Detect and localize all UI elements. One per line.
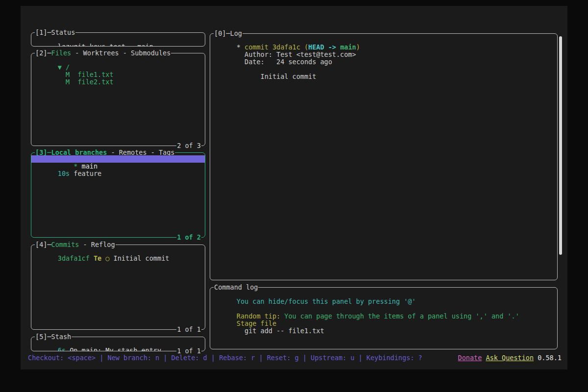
panel-status[interactable]: [1]─Status lazygit-keys-test → main bbox=[31, 32, 205, 47]
file-tree-root[interactable]: ▼ / bbox=[31, 56, 205, 64]
stash-row[interactable]: 6s On main: My stash entry bbox=[31, 340, 205, 347]
log-graph-marker: * bbox=[237, 43, 245, 51]
command-log-hint: You can hide/focus this panel by pressin… bbox=[210, 291, 557, 298]
status-bar-gap bbox=[482, 354, 486, 362]
log-ref-close: ) bbox=[356, 43, 360, 51]
panel-files[interactable]: [2]─Files - Worktrees - Submodules ▼ / M… bbox=[31, 53, 205, 146]
commits-count: 1 of 1 bbox=[176, 326, 201, 333]
panel-stash[interactable]: [5]─Stash 6s On main: My stash entry 1 o… bbox=[31, 337, 205, 351]
branches-count: 1 of 2 bbox=[176, 234, 201, 241]
branch-row-selected[interactable]: * main bbox=[31, 155, 205, 163]
panel-command-log[interactable]: Command log You can hide/focus this pane… bbox=[210, 287, 558, 349]
panel-branches[interactable]: [3]─Local branches - Remotes - Tags * ma… bbox=[31, 152, 205, 238]
file-row-text: M file2.txt bbox=[58, 78, 114, 86]
commit-author: Te bbox=[90, 254, 106, 262]
command-log-tip: Random tip: You can page through the ite… bbox=[210, 305, 557, 313]
collapse-triangle-icon: ▼ / bbox=[58, 63, 70, 71]
branch-name: main bbox=[77, 162, 98, 170]
keybindings-hint: Checkout: <space> | New branch: n | Dele… bbox=[28, 354, 422, 362]
log-branch-ref: main bbox=[340, 43, 356, 51]
panel-commits[interactable]: [4]─Commits - Reflog 3dafa1cf Te ○ Initi… bbox=[31, 245, 205, 330]
status-repo-branch[interactable]: lazygit-keys-test → main bbox=[31, 36, 205, 43]
log-message-line: Initial commit bbox=[210, 66, 557, 73]
version-gap bbox=[534, 354, 538, 362]
command-log-tip-label: Random tip: bbox=[237, 312, 280, 320]
status-bar-right: Donate Ask Question 0.58.1 bbox=[458, 354, 562, 362]
commit-row[interactable]: 3dafa1cf Te ○ Initial commit bbox=[31, 247, 205, 255]
branch-name: feature bbox=[70, 170, 101, 177]
stash-recency: 6s bbox=[58, 346, 66, 351]
log-commit-hash: commit 3dafa1c ( bbox=[245, 43, 308, 51]
file-row-text: M file1.txt bbox=[58, 71, 114, 78]
commit-hash: 3dafa1cf bbox=[58, 254, 90, 262]
ask-question-link[interactable]: Ask Question bbox=[486, 354, 534, 362]
branch-recency: 10s bbox=[58, 170, 70, 177]
log-commit-line: * commit 3dafa1c (HEAD -> main) bbox=[210, 36, 557, 44]
panel-log[interactable]: [0]─Log * commit 3dafa1c (HEAD -> main) … bbox=[210, 33, 558, 280]
log-head-ref: HEAD -> bbox=[308, 43, 336, 51]
stash-description: On main: My stash entry bbox=[66, 346, 161, 351]
log-ref-gap bbox=[336, 43, 340, 51]
command-log-tip-text: You can page through the items of a pane… bbox=[280, 312, 519, 320]
donate-link[interactable]: Donate bbox=[458, 354, 482, 362]
log-scrollbar[interactable] bbox=[559, 36, 562, 255]
commit-message: Initial commit bbox=[109, 254, 169, 262]
bottom-status-bar: Checkout: <space> | New branch: n | Dele… bbox=[28, 354, 562, 362]
branch-row-indent bbox=[58, 162, 74, 170]
version-label: 0.58.1 bbox=[538, 354, 562, 362]
status-repo-branch-text: lazygit-keys-test → main bbox=[58, 43, 153, 46]
files-count: 2 of 3 bbox=[176, 142, 201, 149]
